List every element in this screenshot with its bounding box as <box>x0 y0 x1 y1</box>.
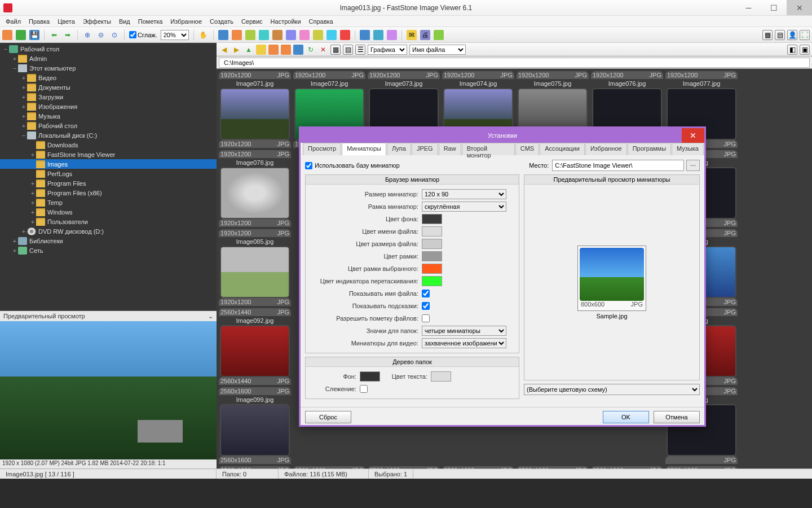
use-thumbdb-checkbox[interactable] <box>305 162 312 169</box>
videothumb-select[interactable]: захваченное изображение <box>422 338 506 348</box>
ok-button[interactable]: OK <box>603 411 649 423</box>
toggle-icon[interactable]: ◧ <box>787 45 797 55</box>
tool-icon[interactable] <box>360 30 370 40</box>
zoom-select[interactable]: 20% <box>161 30 189 40</box>
menu-Цвета[interactable]: Цвета <box>54 17 78 26</box>
view-mode-icon[interactable]: 👤 <box>787 30 797 40</box>
nav-icon[interactable] <box>293 45 303 55</box>
preview-image[interactable] <box>0 321 217 459</box>
tool-icon[interactable] <box>286 30 296 40</box>
thumbnail[interactable]: 1920x1200JPGImage071.jpg1920x1200JPG <box>219 71 291 148</box>
bg-color-swatch[interactable] <box>422 214 442 224</box>
cancel-button[interactable]: Отмена <box>654 411 700 423</box>
tab-Raw[interactable]: Raw <box>439 143 461 155</box>
tool-icon[interactable] <box>313 30 323 40</box>
address-field[interactable]: C:\Images\ <box>219 58 810 68</box>
thumbnail[interactable]: 2560x1600JPG2560x1600JPG <box>442 466 514 468</box>
menu-Вид[interactable]: Вид <box>116 17 134 26</box>
thumbnail[interactable]: 2560x1440JPGImage092.jpg2560x1440JPG <box>219 308 291 385</box>
thumb-frame-select[interactable]: скруглённая <box>422 202 506 212</box>
thumbnail[interactable]: 1920x1200JPGImage085.jpg1920x1200JPG <box>219 229 291 306</box>
tab-Программы[interactable]: Программы <box>628 143 671 155</box>
fname-color-swatch[interactable] <box>422 226 442 237</box>
delete-icon[interactable]: ✕ <box>318 45 328 55</box>
tree-bg-swatch[interactable] <box>360 371 380 382</box>
tool-icon[interactable] <box>218 30 228 40</box>
allowtag-checkbox[interactable] <box>422 314 430 322</box>
view-icon[interactable]: ☰ <box>355 45 365 55</box>
thumbnail[interactable]: 2560x1600JPG2560x1600JPG <box>368 466 440 468</box>
maximize-button[interactable]: ☐ <box>761 0 787 15</box>
tab-Второй монитор[interactable]: Второй монитор <box>462 143 515 155</box>
frame-color-swatch[interactable] <box>422 251 442 261</box>
thumbnail[interactable]: 1920x1200JPGImage078.jpg1920x1200JPG <box>219 150 291 227</box>
showhint-checkbox[interactable] <box>422 302 430 310</box>
selected-color-swatch[interactable] <box>422 264 442 274</box>
fullscreen-icon[interactable]: ⛶ <box>800 30 810 40</box>
menu-Справка[interactable]: Справка <box>306 17 337 26</box>
tab-Просмотр[interactable]: Просмотр <box>303 143 341 155</box>
menu-Правка[interactable]: Правка <box>25 17 53 26</box>
menu-Пометка[interactable]: Пометка <box>135 17 166 26</box>
menu-Сервис[interactable]: Сервис <box>238 17 266 26</box>
tab-Ассоциации[interactable]: Ассоциации <box>540 143 585 155</box>
tool-icon[interactable] <box>387 30 397 40</box>
foldericon-select[interactable]: четыре миниатюры <box>422 326 506 336</box>
folder-tree[interactable]: −Рабочий стол +Admin −Этот компьютер +Ви… <box>0 43 217 310</box>
nav-up-icon[interactable]: ▲ <box>244 45 254 55</box>
nav-icon[interactable] <box>281 45 291 55</box>
new-icon[interactable] <box>16 30 26 40</box>
view-icon[interactable]: ▦ <box>330 45 341 55</box>
tab-JPEG[interactable]: JPEG <box>412 143 438 155</box>
nav-back-icon[interactable]: ◀ <box>219 45 229 55</box>
dialog-titlebar[interactable]: Установки ✕ <box>301 128 704 143</box>
thumbnail[interactable]: 2560x1600JPG2560x1600JPG <box>591 466 663 468</box>
filter-select[interactable]: Графика <box>368 45 407 55</box>
browse-button[interactable]: … <box>686 160 700 171</box>
tool-icon[interactable] <box>232 30 242 40</box>
tab-Избранное[interactable]: Избранное <box>585 143 627 155</box>
minimize-button[interactable]: ─ <box>736 0 761 15</box>
close-button[interactable]: ✕ <box>787 0 812 15</box>
tool-icon[interactable] <box>245 30 255 40</box>
fsize-color-swatch[interactable] <box>422 239 442 249</box>
menu-Эффекты[interactable]: Эффекты <box>80 17 114 26</box>
thumbnail[interactable]: 2560x1600JPG2560x1600JPG <box>293 466 365 468</box>
thumbnail[interactable]: 2560x1600JPG2560x1600JPG <box>517 466 589 468</box>
thumbdb-path-input[interactable] <box>552 160 684 171</box>
toggle-icon[interactable]: ▣ <box>800 45 810 55</box>
menu-Файл[interactable]: Файл <box>2 17 24 26</box>
view-mode-icon[interactable]: ▤ <box>775 30 785 40</box>
nav-icon[interactable] <box>268 45 279 55</box>
tab-CMS[interactable]: CMS <box>515 143 539 155</box>
color-scheme-select[interactable]: (Выберите цветовую схему) <box>524 384 700 395</box>
thumbnail[interactable]: 2560x1600JPG2560x1600JPG <box>219 466 291 468</box>
mail-icon[interactable]: ✉ <box>407 30 417 40</box>
reset-button[interactable]: Сброс <box>305 411 351 423</box>
tab-Лупа[interactable]: Лупа <box>387 143 411 155</box>
open-icon[interactable] <box>2 30 12 40</box>
nav-fwd-icon[interactable]: ▶ <box>231 45 241 55</box>
tree-text-swatch[interactable] <box>431 371 451 382</box>
save-icon[interactable]: 💾 <box>29 30 39 40</box>
zoom-out-icon[interactable]: ⊖ <box>96 30 106 40</box>
thumbnail[interactable]: 2560x1600JPGImage099.jpg2560x1600JPG <box>219 387 291 464</box>
tool-icon[interactable] <box>326 30 337 40</box>
showname-checkbox[interactable] <box>422 290 430 297</box>
sort-select[interactable]: Имя файла <box>409 45 466 55</box>
drag-color-swatch[interactable] <box>422 276 442 286</box>
tab-Музыка[interactable]: Музыка <box>672 143 704 155</box>
tool-icon[interactable] <box>340 30 350 40</box>
zoom-in-icon[interactable]: ⊕ <box>82 30 92 40</box>
menu-Настройки[interactable]: Настройки <box>267 17 304 26</box>
thumb-size-select[interactable]: 120 x 90 <box>422 189 506 199</box>
thumbnail[interactable]: 2560x1600JPG2560x1600JPG <box>665 466 738 468</box>
back-icon[interactable]: ⬅ <box>49 30 59 40</box>
preview-collapse-icon[interactable]: ⌄ <box>208 313 213 320</box>
view-mode-icon[interactable]: ▦ <box>762 30 773 40</box>
zoom-fit-icon[interactable]: ⊙ <box>109 30 120 40</box>
tab-Миниатюры[interactable]: Миниатюры <box>342 143 386 155</box>
tool-icon[interactable] <box>272 30 283 40</box>
view-icon[interactable]: ▤ <box>343 45 353 55</box>
menu-Избранное[interactable]: Избранное <box>167 17 205 26</box>
